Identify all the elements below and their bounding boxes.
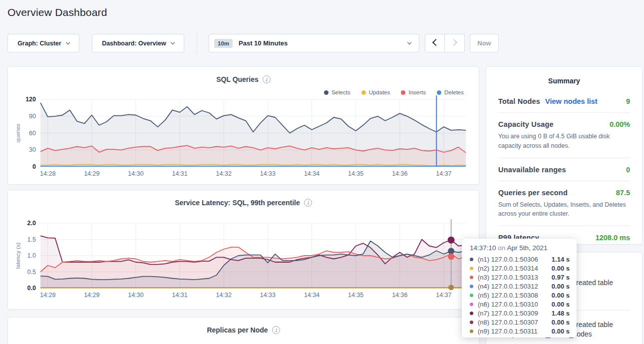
node-color-dot-icon xyxy=(470,258,473,261)
svg-text:latency (s): latency (s) xyxy=(15,242,21,269)
svg-text:60: 60 xyxy=(29,130,36,137)
tooltip-node-label: (n1) 127.0.0.1:50306 xyxy=(478,256,538,263)
tooltip-node-value: 0.00 s xyxy=(552,319,570,326)
summary-label: Capacity Usage xyxy=(498,120,554,128)
svg-text:14:34: 14:34 xyxy=(304,292,320,299)
dashboard-dropdown[interactable]: Dashboard: Overview xyxy=(92,34,184,52)
svg-text:14:30: 14:30 xyxy=(128,170,143,177)
chevron-down-icon xyxy=(65,40,70,45)
tooltip-row: (n7) 127.0.0.1:503091.48 s xyxy=(470,309,570,318)
tooltip-node-label: (n7) 127.0.0.1:50309 xyxy=(478,310,538,317)
tooltip-date: Apr 5th, 2021 xyxy=(507,244,547,252)
summary-label: Unavailable ranges xyxy=(498,166,566,174)
info-icon[interactable]: i xyxy=(272,326,280,334)
summary-value: 1208.0 ms xyxy=(596,234,630,242)
svg-text:1.5: 1.5 xyxy=(27,236,36,243)
time-range-label: Past 10 Minutes xyxy=(239,39,402,47)
time-next-button[interactable] xyxy=(445,34,465,52)
page-title: Overview Dashboard xyxy=(7,6,107,18)
tooltip-node-value: 0.00 s xyxy=(552,301,570,308)
summary-label: Total Nodes xyxy=(498,97,540,105)
graph-dropdown[interactable]: Graph: Cluster xyxy=(7,34,79,52)
svg-text:14:37: 14:37 xyxy=(436,170,451,177)
svg-text:14:31: 14:31 xyxy=(172,170,187,177)
replicas-title-row: Replicas per Node i xyxy=(8,326,479,334)
sql-queries-panel: SQL Queries i SelectsUpdatesInsertsDelet… xyxy=(7,66,479,185)
summary-panel: Summary Total NodesView nodes list9Capac… xyxy=(486,66,643,245)
svg-text:14:28: 14:28 xyxy=(40,170,55,177)
svg-text:14:29: 14:29 xyxy=(84,170,99,177)
summary-rows: Total NodesView nodes list9Capacity Usag… xyxy=(486,85,642,249)
replicas-per-node-panel: Replicas per Node i xyxy=(7,317,479,344)
now-button[interactable]: Now xyxy=(470,34,499,52)
svg-text:90: 90 xyxy=(29,113,36,120)
tooltip-node-label: (n6) 127.0.0.1:50310 xyxy=(478,301,538,308)
service-latency-panel: Service Latency: SQL, 99th percentile i … xyxy=(7,190,479,310)
node-color-dot-icon xyxy=(470,303,473,306)
dashboard-dropdown-label: Dashboard: Overview xyxy=(102,40,166,47)
summary-title: Summary xyxy=(486,67,642,85)
chevron-right-icon xyxy=(450,39,457,46)
service-latency-chart[interactable]: 0.00.51.01.52.014:2814:2914:3014:3114:32… xyxy=(8,190,479,309)
svg-text:14:33: 14:33 xyxy=(260,170,276,177)
tooltip-node-value: 0.00 s xyxy=(552,328,570,335)
svg-text:30: 30 xyxy=(29,146,36,153)
graph-dropdown-label: Graph: Cluster xyxy=(17,40,61,47)
svg-text:14:28: 14:28 xyxy=(40,292,55,299)
node-color-dot-icon xyxy=(470,312,473,315)
tooltip-row: (n4) 127.0.0.1:503120.00 s xyxy=(470,282,570,291)
svg-text:14:29: 14:29 xyxy=(84,292,99,299)
chevron-left-icon xyxy=(432,39,439,46)
summary-row: Total NodesView nodes list9 xyxy=(498,90,630,112)
summary-value: 0 xyxy=(626,166,630,174)
svg-text:0: 0 xyxy=(32,163,36,170)
svg-text:0.0: 0.0 xyxy=(27,285,36,292)
tooltip-row: (n2) 127.0.0.1:503140.00 s xyxy=(470,264,570,273)
node-color-dot-icon xyxy=(470,330,473,333)
chart-title: Replicas per Node xyxy=(207,326,268,334)
tooltip-timestamp: 14:37:10 on Apr 5th, 2021 xyxy=(470,244,570,252)
tooltip-node-value: 1.48 s xyxy=(552,310,570,317)
tooltip-row: (n9) 127.0.0.1:503110.00 s xyxy=(470,327,570,336)
overview-dashboard-page: Overview Dashboard Graph: Cluster Dashbo… xyxy=(0,0,644,344)
tooltip-time: 14:37:10 xyxy=(470,244,496,252)
tooltip-row: (n3) 127.0.0.1:503130.97 s xyxy=(470,273,570,282)
svg-text:0.5: 0.5 xyxy=(27,269,36,276)
summary-value: 87.5 xyxy=(616,189,630,197)
time-range-badge: 10m xyxy=(214,39,233,48)
tooltip-node-value: 0.97 s xyxy=(552,274,570,281)
controls-divider xyxy=(197,32,197,54)
time-range-picker[interactable]: 10m Past 10 Minutes xyxy=(209,34,419,52)
tooltip-node-label: (n2) 127.0.0.1:50314 xyxy=(478,265,538,272)
svg-text:14:36: 14:36 xyxy=(392,292,407,299)
tooltip-node-value: 0.00 s xyxy=(552,283,570,290)
sql-queries-chart[interactable]: 030609012014:2814:2914:3014:3114:3214:33… xyxy=(8,67,479,184)
tooltip-row: (n8) 127.0.0.1:503070.00 s xyxy=(470,318,570,327)
tooltip-node-label: (n8) 127.0.0.1:50307 xyxy=(478,319,538,326)
node-color-dot-icon xyxy=(470,294,473,297)
tooltip-row: (n1) 127.0.0.1:503061.14 s xyxy=(470,255,570,264)
tooltip-row: (n5) 127.0.0.1:503080.00 s xyxy=(470,291,570,300)
view-nodes-list-link[interactable]: View nodes list xyxy=(545,97,598,105)
svg-text:14:34: 14:34 xyxy=(304,170,320,177)
tooltip-rows: (n1) 127.0.0.1:503061.14 s(n2) 127.0.0.1… xyxy=(470,255,570,336)
svg-text:queries: queries xyxy=(15,123,21,142)
svg-text:14:37: 14:37 xyxy=(436,292,451,299)
svg-text:14:31: 14:31 xyxy=(172,292,187,299)
node-color-dot-icon xyxy=(470,267,473,270)
summary-row: Queries per second87.5Sum of Selects, Up… xyxy=(498,181,630,226)
svg-text:2.0: 2.0 xyxy=(27,220,36,227)
svg-text:14:32: 14:32 xyxy=(216,170,232,177)
svg-text:14:35: 14:35 xyxy=(348,170,363,177)
node-color-dot-icon xyxy=(470,321,473,324)
svg-text:120: 120 xyxy=(25,96,36,103)
svg-text:14:35: 14:35 xyxy=(348,292,363,299)
chart-hover-tooltip: 14:37:10 on Apr 5th, 2021 (n1) 127.0.0.1… xyxy=(462,239,577,338)
summary-description: Sum of Selects, Updates, Inserts, and De… xyxy=(498,200,630,219)
tooltip-node-value: 0.00 s xyxy=(552,292,570,299)
tooltip-node-value: 0.00 s xyxy=(552,265,570,272)
summary-value: 0.00% xyxy=(610,120,630,128)
summary-row: Capacity Usage0.00%You are using 0 B of … xyxy=(498,112,630,158)
node-color-dot-icon xyxy=(470,285,473,288)
time-prev-button[interactable] xyxy=(425,34,445,52)
